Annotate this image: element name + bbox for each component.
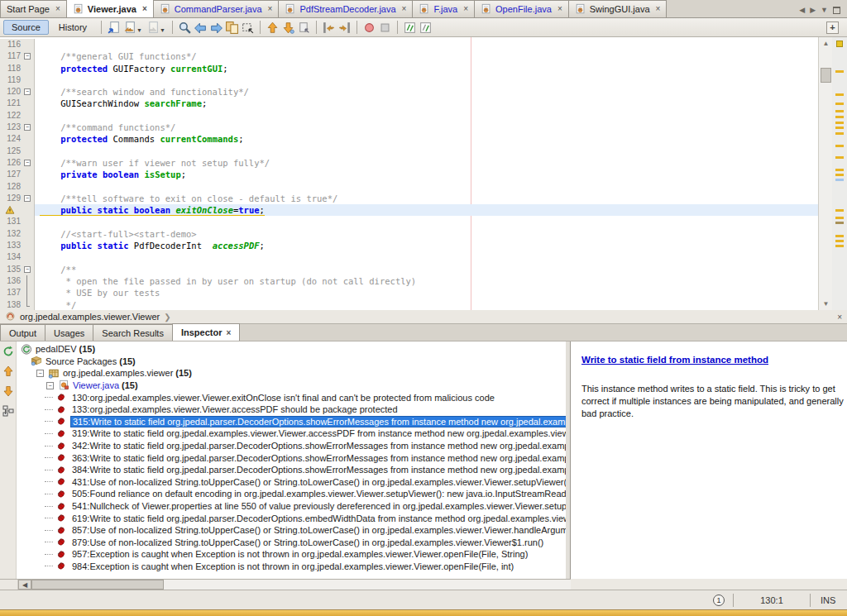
code-line[interactable]: 136 * open the file passed in by user on… — [0, 275, 832, 287]
panel-splitter[interactable] — [566, 341, 571, 579]
scroll-up-icon[interactable]: ▲ — [819, 37, 833, 50]
fold-column[interactable]: − — [21, 264, 34, 275]
error-stripe-mark[interactable] — [835, 222, 844, 224]
code-line[interactable]: 126− /**warn user if viewer not setup fu… — [0, 157, 832, 169]
error-stripe-mark[interactable] — [835, 156, 844, 159]
tree-node[interactable]: Source Packages(15) — [17, 356, 566, 368]
code-text[interactable]: * open the file passed in by user on sta… — [35, 275, 832, 287]
fold-column[interactable]: − — [21, 86, 34, 98]
code-line[interactable]: 135− /** — [0, 264, 832, 275]
tab-close-icon[interactable]: × — [557, 5, 562, 13]
code-line[interactable]: public static boolean exitOnClose=true; — [0, 204, 832, 216]
scroll-left-icon[interactable]: ◀ — [18, 580, 31, 590]
error-stripe-mark[interactable] — [835, 169, 844, 171]
fold-collapse-icon[interactable]: − — [24, 53, 31, 60]
code-line[interactable]: 129− /**tell software to exit on close -… — [0, 193, 832, 204]
tree-node[interactable]: −org.jpedal.examples.viewer(15) — [17, 367, 566, 380]
next-bookmark-icon[interactable] — [280, 20, 296, 36]
code-text[interactable] — [35, 146, 832, 157]
error-stripe-mark[interactable] — [835, 235, 844, 237]
warning-item[interactable]: 363:Write to static field org.jpedal.par… — [17, 451, 566, 464]
bottom-tab-inspector[interactable]: Inspector× — [172, 323, 240, 341]
inspector-tree[interactable]: pedalDEV(15)Source Packages(15)−org.jped… — [17, 341, 566, 579]
previous-bookmark-icon[interactable] — [265, 20, 280, 36]
tab-close-icon[interactable]: × — [463, 5, 468, 13]
warning-item[interactable]: 384:Write to static field org.jpedal.par… — [17, 464, 566, 476]
code-line[interactable]: 134 — [0, 251, 832, 263]
tab-close-icon[interactable]: × — [268, 5, 273, 13]
refresh-icon[interactable] — [1, 344, 16, 359]
error-stripe-mark[interactable] — [835, 145, 844, 147]
last-edit-location-icon[interactable] — [106, 20, 122, 36]
error-stripe[interactable] — [832, 37, 847, 310]
rectangular-selection-icon[interactable] — [240, 20, 256, 36]
editor-tab[interactable]: Start Page× — [0, 0, 67, 17]
shift-line-left-icon[interactable] — [321, 20, 337, 36]
collapse-handle-icon[interactable]: − — [36, 370, 44, 377]
error-stripe-mark[interactable] — [835, 122, 844, 124]
code-text[interactable]: GUISearchWindow searchFrame; — [35, 98, 832, 109]
scroll-tabs-right-icon[interactable]: ▶ — [810, 6, 816, 14]
code-text[interactable]: * USE by our tests — [35, 287, 832, 298]
code-text[interactable]: //<start-full><start-demo> — [35, 228, 832, 240]
fold-collapse-icon[interactable]: − — [24, 124, 31, 131]
chevron-right-icon[interactable]: ❯ — [164, 313, 170, 322]
hscrollbar-thumb[interactable] — [31, 580, 164, 590]
code-line[interactable]: 117− /**general GUI functions*/ — [0, 50, 832, 62]
fold-collapse-icon[interactable]: − — [24, 195, 31, 202]
previous-warning-icon[interactable] — [1, 364, 16, 379]
code-line[interactable]: 123− /**command functions*/ — [0, 122, 832, 133]
tab-close-icon[interactable]: × — [55, 5, 60, 13]
find-next-icon[interactable] — [208, 20, 224, 36]
code-text[interactable]: /**command functions*/ — [35, 122, 832, 133]
error-stripe-mark[interactable] — [835, 209, 844, 212]
scroll-tabs-left-icon[interactable]: ◀ — [799, 6, 805, 14]
code-line[interactable]: 131 — [0, 216, 832, 227]
fold-column[interactable]: − — [21, 157, 34, 169]
fold-column[interactable]: − — [21, 193, 34, 204]
fold-collapse-icon[interactable]: − — [24, 266, 31, 273]
tab-close-icon[interactable]: × — [656, 5, 661, 13]
tree-view-icon[interactable] — [1, 404, 16, 418]
warning-item[interactable]: 984:Exception is caught when Exception i… — [17, 561, 566, 573]
maximize-window-icon[interactable] — [833, 7, 840, 14]
code-text[interactable]: /**tell software to exit on close - defa… — [35, 193, 832, 204]
error-stripe-mark[interactable] — [835, 132, 844, 135]
editor-tab[interactable]: CommandParser.java× — [153, 0, 280, 17]
fold-column[interactable]: − — [21, 122, 34, 133]
back-icon[interactable] — [122, 20, 137, 36]
split-editor-button[interactable]: + — [826, 21, 839, 34]
tree-horizontal-scrollbar[interactable]: ◀ — [0, 579, 571, 590]
editor-tab[interactable]: PdfStreamDecoder.java× — [278, 0, 413, 17]
warning-item[interactable]: 619:Write to static field org.jpedal.par… — [17, 512, 566, 524]
code-text[interactable]: /** — [35, 264, 832, 275]
code-line[interactable]: 118 protected GUIFactory currentGUI; — [0, 63, 832, 74]
warning-item[interactable]: 879:Use of non-localized String.toUpperC… — [17, 537, 566, 549]
toggle-bookmark-icon[interactable] — [296, 20, 312, 36]
code-text[interactable] — [35, 251, 832, 263]
code-line[interactable]: 122 — [0, 110, 832, 122]
comment-icon[interactable] — [402, 20, 418, 36]
code-text[interactable]: */ — [35, 299, 832, 310]
error-stripe-mark[interactable] — [835, 179, 844, 181]
warning-item[interactable]: 133:org.jpedal.examples.viewer.Viewer.ac… — [17, 404, 566, 416]
warning-item[interactable]: 319:Write to static field org.jpedal.exa… — [17, 427, 566, 440]
code-line[interactable]: 133 public static PdfDecoderInt accessPD… — [0, 240, 832, 251]
toggle-highlight-icon[interactable] — [224, 20, 240, 36]
fold-collapse-icon[interactable]: − — [24, 160, 31, 166]
code-line[interactable]: 132 //<start-full><start-demo> — [0, 228, 832, 240]
error-stripe-mark[interactable] — [835, 127, 844, 129]
error-stripe-mark[interactable] — [835, 93, 844, 96]
code-line[interactable]: 125 — [0, 146, 832, 157]
editor-tab[interactable]: F.java× — [412, 0, 475, 17]
tab-close-icon[interactable]: × — [402, 5, 407, 13]
code-text[interactable]: public static PdfDecoderInt accessPDF; — [35, 240, 832, 251]
fold-collapse-icon[interactable]: − — [24, 88, 31, 95]
history-view-button[interactable]: History — [50, 20, 95, 35]
code-line[interactable]: 138 */ — [0, 299, 832, 310]
error-stripe-mark[interactable] — [835, 245, 844, 247]
next-warning-icon[interactable] — [1, 384, 16, 399]
error-stripe-mark[interactable] — [835, 70, 844, 73]
source-view-button[interactable]: Source — [3, 20, 49, 35]
breadcrumb-close-icon[interactable]: × — [837, 313, 842, 322]
